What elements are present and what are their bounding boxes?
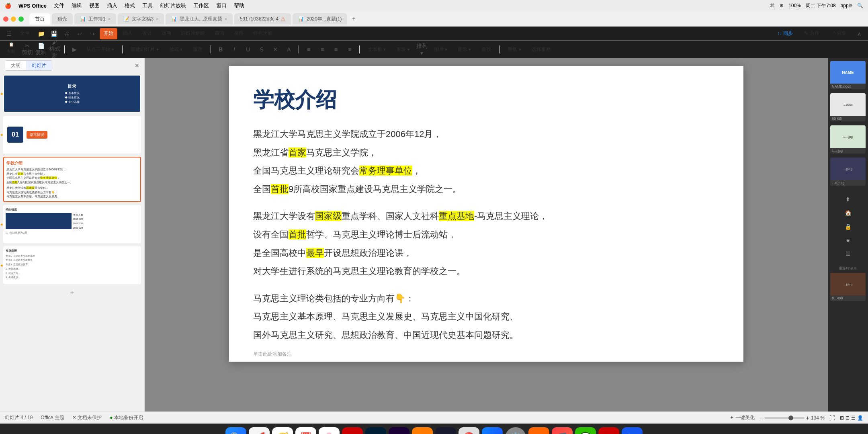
search-icon[interactable]: 🔍 [857, 3, 863, 8]
find-btn[interactable]: 查找 [477, 44, 495, 55]
tab-hljda[interactable]: 📊 黑龙江大...原理真题 × [166, 13, 233, 25]
dock-ai[interactable]: Ai [412, 427, 433, 434]
slide-item-6[interactable]: 6 ★ 专业选择 专业1: 马克思主义基本原理 专业2: 马克思主义发展史 专业… [3, 246, 141, 284]
font-color-btn[interactable]: A [283, 44, 295, 55]
copy-btn[interactable]: 📄 复制 [35, 44, 47, 55]
rp-file-jpeg2[interactable]: ...jpeg 8...400 [830, 273, 866, 301]
view-outline-btn[interactable]: ☰ [851, 415, 856, 421]
menu-view[interactable]: 视图 [89, 2, 100, 9]
tab-5917[interactable]: 5917103622d3c 4 ⚠ [234, 13, 291, 25]
dock-potplayer[interactable]: ▶ [528, 427, 549, 434]
zoom-thumb[interactable] [788, 416, 793, 420]
slide-canvas[interactable]: 学校介绍 黑龙江大学马克思主义学院成立于2006年12月， 黑龙江省首家马克思主… [229, 66, 743, 362]
start-tab-btn[interactable]: 开始 [100, 28, 117, 39]
slideshow-tab-btn[interactable]: 幻灯片放映 [177, 28, 209, 39]
dock-pr[interactable]: Pr [389, 427, 409, 434]
new-slide-btn[interactable]: 新建幻灯片 ▾ [127, 44, 162, 55]
menu-file[interactable]: 文件 [54, 2, 64, 9]
menu-format[interactable]: 格式 [125, 2, 135, 9]
italic-btn[interactable]: I [229, 44, 240, 55]
paste-btn[interactable]: 📋 粘贴 [3, 42, 19, 57]
rp-nav-list[interactable]: ☰ [842, 248, 854, 260]
share-btn[interactable]: ↗ 分享 [827, 28, 850, 39]
minimize-button[interactable] [11, 16, 16, 22]
collapse-toolbar-btn[interactable]: ∧ [854, 28, 865, 39]
cut-btn[interactable]: ✂ 剪切 [22, 44, 33, 55]
slide-body[interactable]: 黑龙江大学马克思主义学院成立于2006年12月， 黑龙江省首家马克思主义学院， … [253, 126, 719, 343]
animation-tab-btn[interactable]: 动画 [158, 28, 175, 39]
reset-btn[interactable]: 重置 [189, 44, 207, 55]
maximize-button[interactable] [18, 16, 24, 22]
rp-nav-lock[interactable]: 🔒 [842, 221, 854, 232]
menu-help[interactable]: 帮助 [234, 2, 244, 9]
layout-btn[interactable]: 放式 ▾ [165, 44, 186, 55]
bold-btn[interactable]: B [215, 44, 226, 55]
zoom-slider[interactable] [764, 417, 805, 419]
rp-file-docx[interactable]: ...docx 80 KB [830, 93, 866, 121]
sort-btn[interactable]: 排列 ▾ [416, 44, 428, 55]
slide-item-4[interactable]: 4 学校介绍 黑龙江大学马克思主义学院成立于2006年12月， 黑龙江省首家马克… [3, 157, 141, 202]
dock-wechat[interactable]: 💬 [575, 427, 596, 434]
slide-title[interactable]: 学校介绍 [253, 86, 719, 114]
apple-icon[interactable]: 🍎 [5, 3, 11, 9]
menu-tools[interactable]: 工具 [142, 2, 153, 9]
shape-btn[interactable]: 形状 ▾ [392, 44, 414, 55]
dock-system[interactable]: ⚙️ [505, 427, 526, 434]
slide-item-3[interactable]: 3 ★ 01 基本情况 [3, 116, 141, 154]
textbox-btn[interactable]: 文本框 ▾ [364, 44, 390, 55]
dock-wps3[interactable]: W [598, 427, 619, 434]
smartart-btn[interactable]: 图示 ▾ [454, 44, 475, 55]
beautify-btn[interactable]: ✦ 一键美化 [730, 414, 754, 421]
fit-screen-btn[interactable]: ⛶ [829, 415, 835, 421]
insert-tab-btn[interactable]: 插入 [119, 28, 137, 39]
tab-close-icon[interactable]: × [108, 17, 111, 21]
rp-nav-star[interactable]: ★ [842, 235, 854, 246]
menu-toggle-btn[interactable]: ☰ [3, 28, 14, 39]
menu-insert[interactable]: 插入 [107, 2, 117, 9]
menu-workspace[interactable]: 工作区 [193, 2, 209, 9]
menu-edit[interactable]: 编辑 [72, 2, 82, 9]
new-tab-button[interactable]: + [349, 14, 358, 24]
sync-btn[interactable]: ↑↓ 同步 [773, 28, 797, 39]
outline-view-btn[interactable]: 大纲 [5, 61, 26, 70]
dock-wps2[interactable]: 🔴 [459, 427, 479, 434]
dock-music[interactable]: 🎵 [552, 427, 573, 434]
design-tab-btn[interactable]: 设计 [138, 28, 156, 39]
format-painter-btn[interactable]: 🖌 格式刷 [49, 44, 60, 55]
rp-file-jpg[interactable]: 1....jpg 1....jpg [830, 125, 866, 154]
view-grid-btn[interactable]: ⊟ [845, 415, 850, 421]
view-tab-btn[interactable]: 视图 [230, 28, 248, 39]
rp-nav-up[interactable]: ⬆ [842, 194, 854, 205]
rp-file-jpeg1[interactable]: ...jpeg ...c.jpeg [830, 158, 866, 186]
tab-doc3[interactable]: 📝 文字文稿3 × [118, 13, 164, 25]
zoom-out-btn[interactable]: − [760, 415, 763, 421]
redo-btn[interactable]: ↪ [87, 28, 98, 39]
menu-slideshow[interactable]: 幻灯片放映 [160, 2, 186, 9]
play-from-start-btn[interactable]: ▶ [69, 44, 80, 55]
print-btn[interactable]: 🖨 [61, 28, 72, 39]
tab-daoke[interactable]: 稻壳 [52, 13, 73, 25]
dock-photos[interactable]: 🌸 [319, 427, 340, 434]
file-btn[interactable]: 文件 [16, 28, 34, 39]
dock-finder[interactable]: 🔍 [225, 427, 246, 434]
undo-btn[interactable]: ↩ [74, 28, 85, 39]
close-button[interactable] [3, 16, 8, 22]
rp-file-name[interactable]: NAME NAME.docx [830, 61, 866, 89]
dock-launchpad[interactable]: 🚀 [249, 427, 270, 434]
dock-ps[interactable]: Ps [365, 427, 386, 434]
dock-feishu[interactable]: 🐦 [622, 427, 643, 434]
rp-nav-home[interactable]: 🏠 [842, 207, 854, 219]
menu-window[interactable]: 窗口 [216, 2, 227, 9]
slide-item-2[interactable]: 2 ★ 目录 ◆ 基本情况 ◆ 招生情况 ◆ 专业选择 [3, 75, 141, 113]
slides-view-btn[interactable]: 幻灯片 [26, 61, 52, 70]
view-normal-btn[interactable]: ⊞ [840, 415, 844, 421]
tab-home[interactable]: 首页 [29, 13, 50, 25]
collaborate-btn[interactable]: ✎ 合作 [800, 28, 823, 39]
panel-close-btn[interactable]: ✕ [135, 62, 139, 69]
align-left-btn[interactable]: ≡ [303, 44, 314, 55]
tab-2020[interactable]: 📊 2020年...真题(1) [293, 13, 347, 25]
view-speaker-btn[interactable]: 👤 [857, 415, 863, 421]
shadow-btn[interactable]: ✕ [270, 44, 281, 55]
select-grid-btn[interactable]: 选择窗格 [528, 44, 555, 55]
zoom-in-btn[interactable]: + [806, 415, 809, 421]
